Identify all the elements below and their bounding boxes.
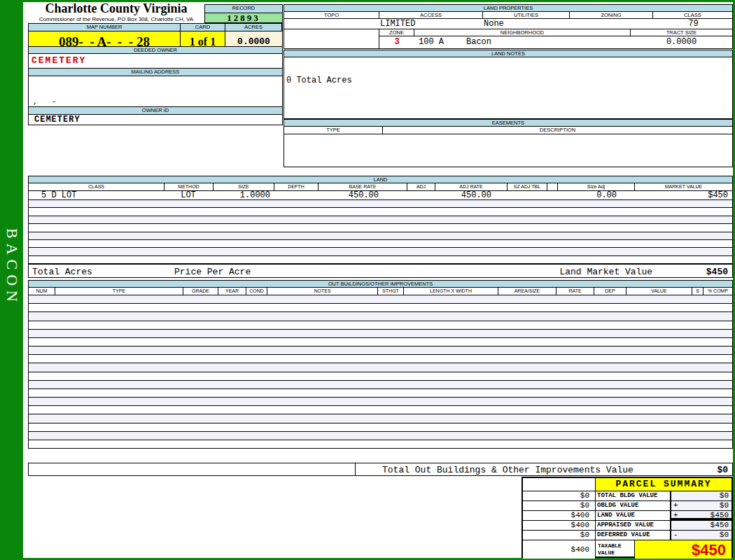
obldg-left: $0 <box>523 501 596 510</box>
deferred-value: $0 <box>720 531 729 539</box>
land-properties-title: LAND PROPERTIES <box>284 4 733 12</box>
empty-row <box>29 295 732 304</box>
land-properties-header: TOPO ACCESS UTILITIES ZONING CLASS <box>284 12 733 19</box>
land-size-adj: 0.00 <box>557 191 634 200</box>
land-notes-box: 0 Total Acres <box>284 57 733 119</box>
total-bldg-value-cell: $0 <box>670 491 732 500</box>
tract-size-value: 0.0000 <box>631 37 732 47</box>
empty-row <box>29 216 732 224</box>
obldg-op: + <box>673 501 678 510</box>
col-base-rate: BASE RATE <box>318 183 407 190</box>
empty-row <box>29 208 732 216</box>
land-value-cell: + $450 <box>670 511 732 520</box>
empty-row <box>29 240 732 248</box>
zone-row: ZONE NEIGHBORHOOD TRACT SIZE 3 100 A Bac… <box>284 29 733 49</box>
tract-size-label: TRACT SIZE <box>631 29 732 36</box>
summary-row-total-bldg: $0 TOTAL BLDG VALUE $0 <box>523 491 732 500</box>
mailing-address-value: , - <box>33 97 56 106</box>
record-box: RECORD 12893 <box>204 4 283 23</box>
empty-row <box>29 312 732 321</box>
record-value: 12893 <box>205 13 282 22</box>
summary-row-land: $400 LAND VALUE + $450 <box>523 510 732 520</box>
out-buildings-totals-row: Total Out Buildings & Other Improvements… <box>28 463 733 476</box>
empty-row <box>29 346 732 355</box>
access-value: LIMITED <box>380 19 415 29</box>
col-easement-description: DESCRIPTION <box>382 127 732 134</box>
total-bldg-left: $0 <box>523 491 596 500</box>
col-class: CLASS <box>652 12 732 18</box>
land-totals-row: Total Acres Price Per Acre Land Market V… <box>28 264 733 278</box>
col-method: METHOD <box>164 183 213 190</box>
land-notes: LAND NOTES 0 Total Acres <box>284 50 733 119</box>
deeded-owner-label: DEEDED OWNER <box>28 46 283 54</box>
summary-row-appraised: $400 APPRAISED VALUE $450 <box>523 520 732 530</box>
total-acres-label: Total Acres <box>32 267 92 277</box>
col-class: CLASS <box>29 183 164 190</box>
out-buildings-totals-spacer <box>29 463 356 475</box>
land-properties: LAND PROPERTIES TOPO ACCESS UTILITIES ZO… <box>284 4 733 49</box>
total-bldg-label: TOTAL BLDG VALUE <box>596 491 670 500</box>
zone-value: 3 <box>379 37 414 47</box>
land-table-header: CLASS METHOD SIZE DEPTH BASE RATE ADJ AD… <box>29 183 732 191</box>
land-adj <box>407 191 435 200</box>
col-notes: NOTES <box>267 288 377 295</box>
land-label: LAND VALUE <box>596 511 670 520</box>
acres-label: ACRES <box>225 24 282 31</box>
neighborhood-sidebar-label: BACON <box>3 228 21 307</box>
col-topo: TOPO <box>284 12 379 18</box>
col-sthgt: STHGT <box>377 288 403 295</box>
land-table: LAND CLASS METHOD SIZE DEPTH BASE RATE A… <box>28 176 733 264</box>
appraised-left: $400 <box>523 521 596 530</box>
col-type: TYPE <box>55 288 183 295</box>
col-s: S <box>692 288 703 295</box>
col-sz-adj-tbl: SZ ADJ TBL <box>507 183 547 190</box>
obldg-value: $0 <box>720 501 729 510</box>
col-easement-type: TYPE <box>284 127 382 134</box>
mailing-address-box: , - <box>28 76 283 107</box>
taxable-label: TAXABLE VALUE <box>596 540 635 559</box>
easements: EASEMENTS TYPE DESCRIPTION <box>284 119 733 167</box>
col-num: NUM <box>29 288 55 295</box>
col-length-width: LENGTH X WIDTH <box>403 288 498 295</box>
land-market-value: $450 <box>634 191 732 200</box>
empty-row <box>29 406 732 414</box>
deferred-value-cell: - $0 <box>670 531 732 540</box>
parcel-summary-spacer <box>523 478 596 491</box>
empty-row <box>29 248 732 255</box>
out-buildings-title: OUT BUILDINGS/OTHER IMPROVEMENTS <box>29 281 732 288</box>
land-depth <box>274 191 318 200</box>
mailing-address-label: MAILING ADDRESS <box>28 69 283 76</box>
col-grade: GRADE <box>183 288 218 295</box>
col-rate: RATE <box>556 288 594 295</box>
col-dep: DEP <box>594 288 626 295</box>
col-depth: DEPTH <box>274 183 318 190</box>
parcel-summary-title: PARCEL SUMMARY <box>596 478 732 491</box>
col-pct-comp: % COMP <box>703 288 732 295</box>
easements-title: EASEMENTS <box>284 119 733 127</box>
price-per-acre-label: Price Per Acre <box>174 267 251 277</box>
owner-block: DEEDED OWNER CEMETERY MAILING ADDRESS , … <box>28 46 283 125</box>
easements-header: TYPE DESCRIPTION <box>284 127 733 134</box>
zone-box: ZONE NEIGHBORHOOD TRACT SIZE 3 100 A Bac… <box>379 29 733 49</box>
empty-row <box>29 330 732 338</box>
empty-row <box>29 363 732 372</box>
out-buildings-total-label: Total Out Buildings & Other Improvements… <box>382 465 634 475</box>
summary-row-taxable: $400 TAXABLE VALUE $450 <box>523 540 732 559</box>
appraised-value-cell: $450 <box>670 521 732 530</box>
land-row: 5 D LOT LOT 1.0000 450.00 450.00 0.00 $4… <box>29 191 732 200</box>
col-value: VALUE <box>626 288 692 295</box>
taxable-value: $450 <box>692 541 726 559</box>
land-op: + <box>673 511 678 519</box>
land-value: $450 <box>710 511 729 519</box>
empty-row <box>29 381 732 389</box>
land-blank <box>547 191 557 200</box>
parcel-record-card: { "colors": { "frame_green": "#0a860a", … <box>0 0 735 560</box>
utilities-value: None <box>484 19 504 29</box>
col-cond: COND <box>246 288 267 295</box>
owner-id-label: OWNER ID <box>28 107 283 115</box>
total-bldg-value: $0 <box>720 491 729 500</box>
owner-id-value: CEMETERY <box>28 115 283 125</box>
county-subtitle: Commissioner of the Revenue, PO Box 308,… <box>28 16 204 22</box>
col-market-value: MARKET VALUE <box>634 183 732 190</box>
empty-row <box>29 440 732 448</box>
